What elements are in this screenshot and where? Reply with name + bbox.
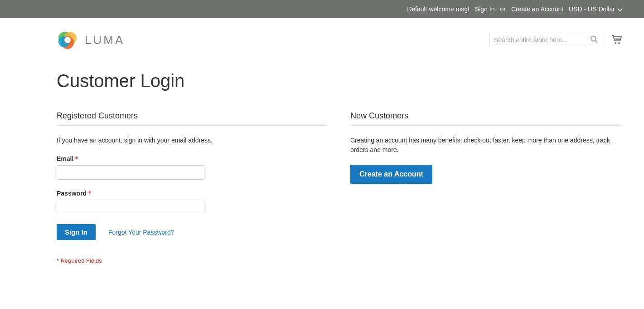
email-field[interactable] bbox=[57, 165, 204, 180]
search-icon[interactable] bbox=[590, 35, 598, 45]
logo-icon bbox=[57, 29, 78, 51]
password-label: Password* bbox=[57, 190, 91, 197]
password-field[interactable] bbox=[57, 200, 204, 214]
header: LUMA bbox=[0, 18, 644, 51]
svg-line-6 bbox=[596, 41, 597, 43]
email-label: Email* bbox=[57, 155, 78, 162]
new-desc: Creating an account has many benefits: c… bbox=[350, 136, 622, 155]
new-customers-block: New Customers Creating an account has ma… bbox=[350, 111, 622, 264]
svg-point-11 bbox=[618, 42, 620, 44]
new-heading: New Customers bbox=[350, 111, 622, 126]
header-right bbox=[489, 33, 622, 47]
create-account-button[interactable]: Create an Account bbox=[350, 165, 432, 184]
required-fields-note: * Required Fields bbox=[57, 257, 329, 264]
signin-link[interactable]: Sign In bbox=[475, 5, 495, 13]
signin-button[interactable]: Sign In bbox=[57, 224, 96, 240]
logo-text: LUMA bbox=[85, 33, 125, 47]
svg-point-5 bbox=[591, 36, 596, 41]
login-actions: Sign In Forgot Your Password? bbox=[57, 224, 329, 240]
currency-label: USD - US Dollar bbox=[569, 5, 615, 13]
chevron-down-icon bbox=[618, 5, 622, 13]
email-field-wrap: Email* bbox=[57, 155, 329, 180]
page-title: Customer Login bbox=[57, 71, 622, 91]
required-asterisk: * bbox=[75, 155, 77, 162]
columns: Registered Customers If you have an acco… bbox=[57, 111, 622, 264]
welcome-message: Default welcome msg! bbox=[407, 5, 470, 13]
search-input[interactable] bbox=[489, 33, 602, 47]
create-account-link[interactable]: Create an Account bbox=[511, 5, 563, 13]
cart-icon[interactable] bbox=[610, 34, 622, 47]
or-separator: or bbox=[500, 5, 505, 13]
login-desc: If you have an account, sign in with you… bbox=[57, 136, 329, 145]
forgot-password-link[interactable]: Forgot Your Password? bbox=[108, 229, 174, 236]
svg-point-4 bbox=[64, 37, 71, 43]
topbar: Default welcome msg! Sign In or Create a… bbox=[0, 0, 644, 18]
login-block: Registered Customers If you have an acco… bbox=[57, 111, 329, 264]
page-main: Customer Login Registered Customers If y… bbox=[0, 51, 644, 264]
required-asterisk: * bbox=[88, 190, 91, 197]
currency-selector[interactable]: USD - US Dollar bbox=[569, 5, 622, 13]
logo[interactable]: LUMA bbox=[57, 29, 125, 51]
login-heading: Registered Customers bbox=[57, 111, 329, 126]
password-field-wrap: Password* bbox=[57, 190, 329, 214]
svg-point-10 bbox=[615, 42, 616, 44]
search-box bbox=[489, 33, 602, 47]
